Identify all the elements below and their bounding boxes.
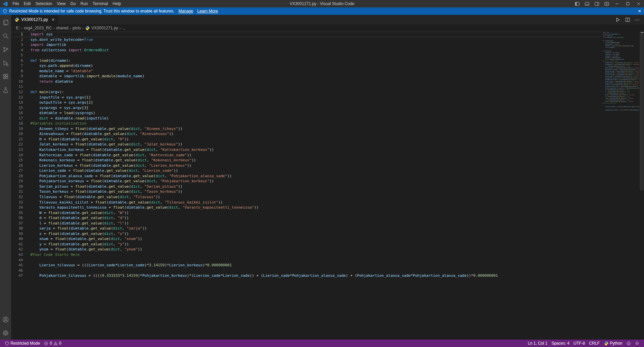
extensions-icon[interactable] [0,70,11,83]
eol-status[interactable]: CRLF [587,340,601,347]
line-number[interactable]: 26 [11,163,23,168]
breadcrumb-item[interactable]: shared [56,26,69,30]
line-number[interactable]: 29 [11,179,23,184]
line-number[interactable]: 17 [11,116,23,121]
toggle-primary-sidebar-icon[interactable] [572,0,582,7]
toggle-panel-icon[interactable] [582,0,592,7]
tab-close-button[interactable]: ✕ [52,18,55,22]
editor[interactable]: 1import sys2sys.dont_write_bytecode=True… [11,32,644,340]
line-number[interactable]: 13 [11,95,23,100]
line-number[interactable]: 40 [11,236,23,242]
code-line[interactable]: 9 dimtable = importlib.import_module(mod… [11,74,601,79]
code-line[interactable]: 13 inputfile = sys.argv[1] [11,95,601,100]
code-line[interactable]: 26 Lierion_korkeus = float(dimtable.get_… [11,163,601,168]
code-line[interactable]: 29 Pohjakartion_korkeus = float(dimtable… [11,179,601,184]
customize-layout-icon[interactable] [602,0,612,7]
menu-view[interactable]: View [54,0,68,7]
code-line[interactable]: 37 l = float(dimtable.get_value(dict, "l… [11,221,601,226]
breadcrumb-item[interactable]: E: [16,26,20,30]
line-number[interactable]: 6 [11,58,23,63]
source-control-icon[interactable] [0,43,11,56]
line-number[interactable]: 16 [11,110,23,116]
line-number[interactable]: 15 [11,105,23,111]
code-line[interactable]: 44 [11,258,601,263]
indentation-status[interactable]: Spaces: 4 [549,340,571,347]
line-number[interactable]: 8 [11,69,23,74]
explorer-icon[interactable] [0,16,11,29]
code-line[interactable]: 11 [11,84,601,89]
maximize-button[interactable] [622,0,633,7]
code-line[interactable]: 3import importlib [11,42,601,48]
line-number[interactable]: 20 [11,131,23,137]
code-line[interactable]: 6def load(dirname): [11,58,601,63]
settings-gear-icon[interactable] [0,326,11,340]
line-number[interactable]: 24 [11,153,23,158]
scrollbar[interactable] [639,32,644,340]
code-line[interactable]: 25 Kokonais_korkeus = float(dimtable.get… [11,158,601,163]
code-line[interactable]: 23 Kattokartion_korkeus = float(dimtable… [11,147,601,153]
line-number[interactable]: 3 [11,42,23,48]
code-line[interactable]: 4from collections import OrderedDict [11,48,601,53]
code-line[interactable]: 47 Pohjakartion_tilavuus = ((((0.333333*… [11,273,601,278]
close-window-button[interactable] [633,0,644,7]
code-line[interactable]: 41 y = float(dimtable.get_value(dict, "y… [11,242,601,247]
code-line[interactable]: 46 [11,268,601,273]
breadcrumb-item[interactable]: ... [122,26,126,30]
menu-file[interactable]: File [10,0,21,7]
line-number[interactable]: 42 [11,247,23,252]
code-line[interactable]: 32 Tilavuus = float(dimtable.get_value(d… [11,194,601,200]
line-number[interactable]: 46 [11,268,23,273]
more-actions-button[interactable]: ⋯ [635,17,640,22]
menu-terminal[interactable]: Terminal [90,0,110,7]
code-line[interactable]: 18#Variables initialization [11,121,601,126]
line-number[interactable]: 34 [11,205,23,210]
line-number[interactable]: 30 [11,184,23,189]
code-line[interactable]: 42 ynum = float(dimtable.get_value(dict,… [11,247,601,252]
code-line[interactable]: 28 Pohjakartion_alaosa_sade = float(dimt… [11,174,601,179]
code-line[interactable]: 36 d = float(dimtable.get_value(dict, "d… [11,215,601,221]
line-number[interactable]: 22 [11,142,23,147]
line-number[interactable]: 11 [11,84,23,89]
cursor-position-status[interactable]: Ln 1, Col 1 [526,340,549,347]
code-line[interactable]: 17 dict = dimtable.read(inputfile) [11,116,601,121]
line-number[interactable]: 45 [11,263,23,268]
toggle-secondary-sidebar-icon[interactable] [592,0,602,7]
line-number[interactable]: 39 [11,231,23,237]
line-number[interactable]: 47 [11,273,23,278]
line-number[interactable]: 1 [11,32,23,37]
banner-manage-link[interactable]: Manage [179,9,193,14]
line-number[interactable]: 28 [11,174,23,179]
code-line[interactable]: 34 Varasto_kapasiteetti_tonneissa = floa… [11,205,601,210]
line-number[interactable]: 23 [11,147,23,153]
run-python-file-button[interactable] [615,17,620,22]
line-number[interactable]: 10 [11,79,23,84]
line-number[interactable]: 33 [11,200,23,205]
run-and-debug-icon[interactable] [0,56,11,70]
breadcrumb-item[interactable]: VX3001271.py [85,26,118,30]
code-line[interactable]: 30 Sarjan_pituus = float(dimtable.get_va… [11,184,601,189]
code-line[interactable]: 35 W = float(dimtable.get_value(dict, "W… [11,210,601,216]
line-number[interactable]: 37 [11,221,23,226]
code-line[interactable]: 43#Your Code Starts Here [11,252,601,258]
line-number[interactable]: 38 [11,226,23,231]
split-editor-button[interactable] [625,17,630,22]
code-line[interactable]: 40 xnum = float(dimtable.get_value(dict,… [11,236,601,242]
search-icon[interactable] [0,29,11,43]
line-number[interactable]: 36 [11,215,23,221]
code-line[interactable]: 21 H = float(dimtable.get_value(dict, "H… [11,137,601,142]
menu-help[interactable]: Help [110,0,124,7]
breadcrumb-item[interactable]: picts [73,26,81,30]
line-number[interactable]: 31 [11,189,23,194]
menu-run[interactable]: Run [78,0,90,7]
line-number[interactable]: 7 [11,63,23,69]
line-number[interactable]: 9 [11,74,23,79]
line-number[interactable]: 21 [11,137,23,142]
feedback-icon[interactable] [624,340,633,347]
line-number[interactable]: 25 [11,158,23,163]
code-line[interactable]: 20 Ainevahvuus = float(dimtable.get_valu… [11,131,601,137]
notifications-bell-icon[interactable] [633,340,641,347]
line-number[interactable]: 43 [11,252,23,258]
line-number[interactable]: 5 [11,53,23,58]
code-line[interactable]: 16 dimtable = load(sysprogs) [11,110,601,116]
code-area[interactable]: 1import sys2sys.dont_write_bytecode=True… [11,32,601,340]
